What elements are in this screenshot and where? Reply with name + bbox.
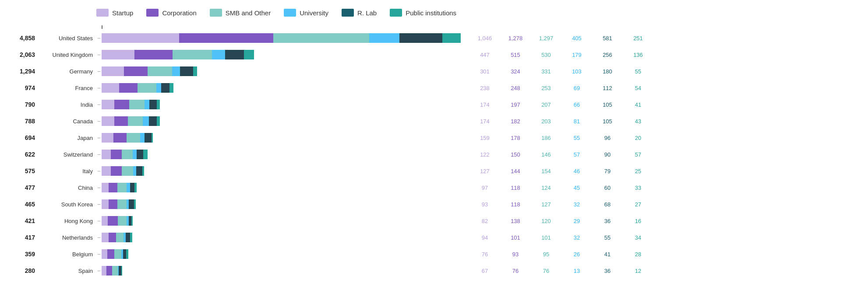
data-val-rlab: 68 — [592, 201, 623, 208]
row-total: 694 — [9, 134, 39, 141]
bar-segment-smb — [122, 150, 133, 159]
row-country-label: China — [39, 185, 96, 191]
data-val-startup: 67 — [469, 268, 500, 274]
data-val-univ: 405 — [561, 35, 592, 42]
row-total: 417 — [9, 234, 39, 241]
data-val-corp: 138 — [500, 218, 531, 224]
data-val-pub: 33 — [623, 185, 653, 191]
bar-segment-startup — [102, 100, 114, 109]
bar-segment-pub — [131, 216, 133, 226]
data-val-corp: 324 — [500, 68, 531, 75]
bar-segment-univ — [133, 166, 137, 176]
row-total: 2,063 — [9, 51, 39, 58]
data-val-corp: 118 — [500, 201, 531, 208]
data-val-corp: 101 — [500, 234, 531, 241]
legend-swatch-startup — [96, 9, 109, 17]
data-values: 82138120293616 — [469, 218, 653, 224]
chart-row: 974France–2382482536911254 — [9, 80, 859, 96]
bar-segment-startup — [102, 216, 108, 226]
chart-container: StartupCorporationSMB and OtherUniversit… — [0, 0, 868, 288]
bar-segment-rlab — [145, 133, 152, 143]
bar-segment-rlab — [161, 83, 169, 93]
data-val-corp: 150 — [500, 151, 531, 158]
data-val-smb: 124 — [531, 185, 561, 191]
legend-item-smb: SMB and Other — [210, 9, 271, 17]
legend-swatch-corporation — [146, 9, 159, 17]
data-val-rlab: 105 — [592, 101, 623, 108]
bar-segment-smb — [148, 66, 172, 76]
data-val-rlab: 581 — [592, 35, 623, 42]
bar-segment-corp — [109, 233, 116, 242]
bar-segment-startup — [102, 50, 134, 59]
data-val-rlab: 36 — [592, 268, 623, 274]
bar-segment-smb — [138, 83, 156, 93]
row-dash: – — [96, 68, 102, 74]
bar-segment-pub — [134, 183, 137, 192]
data-val-pub: 28 — [623, 251, 653, 258]
row-country-label: United States — [39, 35, 96, 42]
bar-segment-pub — [130, 233, 133, 242]
row-dash: – — [96, 101, 102, 108]
bar-segment-smb — [129, 100, 145, 109]
row-dash: – — [96, 185, 102, 191]
bar-segment-startup — [102, 66, 124, 76]
data-val-startup: 1,046 — [469, 35, 500, 42]
data-val-corp: 1,278 — [500, 35, 531, 42]
data-val-corp: 197 — [500, 101, 531, 108]
data-val-pub: 25 — [623, 168, 653, 174]
bar-segment-startup — [102, 199, 109, 209]
bar-segment-corp — [109, 183, 117, 192]
row-country-label: Italy — [39, 168, 96, 174]
bar-container — [102, 183, 461, 192]
data-val-rlab: 96 — [592, 135, 623, 141]
data-val-smb: 1,297 — [531, 35, 561, 42]
data-val-pub: 54 — [623, 85, 653, 91]
row-country-label: Germany — [39, 68, 96, 75]
data-val-univ: 45 — [561, 185, 592, 191]
bar-segment-rlab — [123, 249, 126, 259]
row-total: 421 — [9, 217, 39, 224]
data-val-smb: 127 — [531, 201, 561, 208]
data-val-smb: 101 — [531, 234, 561, 241]
row-total: 465 — [9, 201, 39, 208]
legend-label-corporation: Corporation — [162, 9, 196, 17]
row-country-label: Netherlands — [39, 234, 96, 241]
data-val-univ: 46 — [561, 168, 592, 174]
bar-segment-pub — [152, 133, 153, 143]
chart-row: 280Spain–677676133612 — [9, 262, 859, 279]
row-dash: – — [96, 35, 102, 41]
data-val-pub: 12 — [623, 268, 653, 274]
data-val-pub: 55 — [623, 68, 653, 75]
row-total: 1,294 — [9, 68, 39, 75]
axis-line — [102, 25, 461, 29]
bar-segment-pub — [142, 166, 144, 176]
data-val-rlab: 41 — [592, 251, 623, 258]
data-val-corp: 178 — [500, 135, 531, 141]
row-total: 788 — [9, 118, 39, 125]
legend-item-startup: Startup — [96, 9, 133, 17]
chart-body: 4,858United States–1,0461,2781,297405581… — [9, 30, 859, 279]
bar-segment-smb — [128, 116, 143, 126]
data-values: 677676133612 — [469, 268, 653, 274]
row-total: 974 — [9, 84, 39, 91]
bar-container — [102, 100, 461, 109]
bar-segment-corp — [106, 266, 112, 276]
bar-segment-smb — [173, 50, 212, 59]
data-val-univ: 69 — [561, 85, 592, 91]
bar-segment-smb — [114, 249, 121, 259]
data-val-corp: 118 — [500, 185, 531, 191]
data-val-smb: 331 — [531, 68, 561, 75]
data-val-smb: 203 — [531, 118, 561, 125]
row-dash: – — [96, 151, 102, 157]
data-values: 94101101325534 — [469, 234, 653, 241]
chart-row: 465South Korea–93118127326827 — [9, 196, 859, 213]
data-val-corp: 515 — [500, 52, 531, 58]
chart-row: 575Italy–127144154467925 — [9, 163, 859, 179]
data-val-startup: 447 — [469, 52, 500, 58]
data-val-smb: 120 — [531, 218, 561, 224]
data-val-pub: 43 — [623, 118, 653, 125]
data-val-corp: 182 — [500, 118, 531, 125]
bar-segment-rlab — [126, 233, 130, 242]
data-val-rlab: 105 — [592, 118, 623, 125]
bar-segment-univ — [369, 33, 399, 43]
